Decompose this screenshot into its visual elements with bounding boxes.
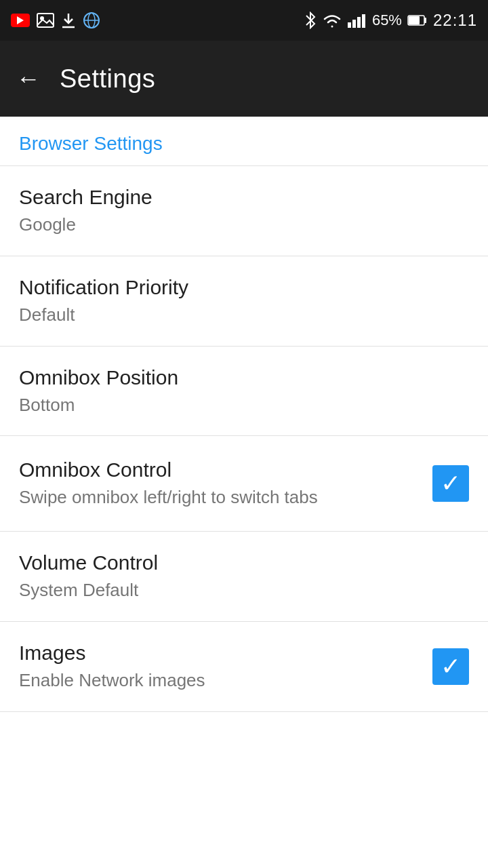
checkbox-images[interactable]: ✓: [432, 648, 469, 685]
browser-settings-section-header: Browser Settings: [0, 117, 488, 165]
app-bar: ← Settings: [0, 41, 488, 117]
signal-icon: [348, 13, 367, 28]
svg-rect-0: [37, 14, 54, 27]
svg-rect-9: [357, 17, 361, 28]
settings-item-title-omnibox-control: Omnibox Control: [19, 458, 422, 482]
image-icon: [37, 13, 54, 28]
status-bar: 65% 22:11: [0, 0, 488, 41]
checkbox-omnibox-control[interactable]: ✓: [432, 465, 469, 502]
app-bar-title: Settings: [60, 64, 155, 94]
settings-item-subtitle-search-engine: Google: [19, 214, 469, 237]
svg-rect-10: [362, 14, 365, 28]
checkmark-images: ✓: [441, 654, 461, 679]
settings-item-subtitle-images: Enable Network images: [19, 669, 422, 692]
bluetooth-icon: [304, 12, 317, 29]
settings-item-volume-control[interactable]: Volume ControlSystem Default: [0, 532, 488, 621]
svg-rect-13: [424, 18, 426, 23]
settings-item-notification-priority[interactable]: Notification PriorityDefault: [0, 256, 488, 346]
status-bar-left-icons: [11, 12, 100, 29]
settings-item-subtitle-omnibox-control: Swipe omnibox left/right to switch tabs: [19, 486, 422, 509]
settings-item-omnibox-position[interactable]: Omnibox PositionBottom: [0, 347, 488, 436]
download-icon: [61, 12, 76, 28]
svg-rect-12: [409, 16, 420, 24]
svg-rect-7: [348, 22, 351, 28]
battery-percentage: 65%: [372, 12, 402, 29]
settings-item-subtitle-omnibox-position: Bottom: [19, 394, 469, 417]
wifi-icon: [322, 13, 342, 28]
battery-icon: [407, 14, 428, 26]
settings-item-search-engine[interactable]: Search EngineGoogle: [0, 166, 488, 256]
settings-content: Browser Settings Search EngineGoogleNoti…: [0, 117, 488, 868]
settings-item-subtitle-volume-control: System Default: [19, 579, 469, 602]
checkmark-omnibox-control: ✓: [441, 471, 461, 496]
settings-item-omnibox-control[interactable]: Omnibox ControlSwipe omnibox left/right …: [0, 436, 488, 531]
status-time: 22:11: [433, 11, 477, 30]
settings-item-title-omnibox-position: Omnibox Position: [19, 366, 469, 390]
divider-after-images: [0, 711, 488, 712]
youtube-icon: [11, 14, 30, 27]
back-button[interactable]: ←: [16, 66, 41, 91]
settings-item-title-volume-control: Volume Control: [19, 551, 469, 575]
settings-item-title-search-engine: Search Engine: [19, 185, 469, 210]
svg-rect-8: [352, 20, 356, 28]
settings-item-title-images: Images: [19, 641, 422, 665]
settings-item-images[interactable]: ImagesEnable Network images✓: [0, 622, 488, 711]
status-bar-right-icons: 65% 22:11: [304, 11, 477, 30]
settings-list: Search EngineGoogleNotification Priority…: [0, 166, 488, 712]
settings-item-subtitle-notification-priority: Default: [19, 304, 469, 327]
section-header-text: Browser Settings: [19, 133, 163, 154]
globe-icon: [83, 12, 100, 29]
settings-item-title-notification-priority: Notification Priority: [19, 275, 469, 300]
